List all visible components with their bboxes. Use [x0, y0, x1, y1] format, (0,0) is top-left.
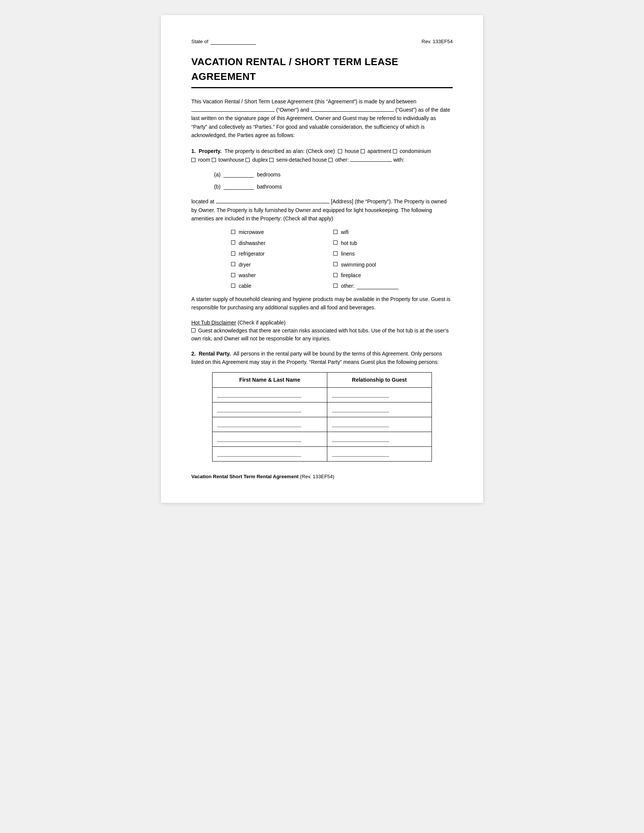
title-section: VACATION RENTAL / SHORT TERM LEASE AGREE… — [191, 55, 453, 88]
checkbox-semi[interactable] — [269, 158, 274, 162]
rel-cell-4[interactable] — [327, 432, 431, 446]
starter-supply-text: A starter supply of household cleaning a… — [191, 295, 453, 312]
checkbox-dryer[interactable] — [231, 262, 235, 266]
state-label: State of — [191, 38, 208, 45]
checkbox-fireplace[interactable] — [333, 273, 338, 277]
disclaimer-header: Hot Tub Disclaimer (Check if applicable) — [191, 319, 453, 327]
amenities-grid: microwave wifi dishwasher hot tub refrig… — [231, 228, 413, 290]
footer-rev: (Rev. 133EF54) — [300, 474, 335, 479]
rel-cell-5[interactable] — [327, 446, 431, 461]
checkbox-linens[interactable] — [333, 251, 338, 256]
table-row — [213, 432, 432, 446]
guest-name-field[interactable] — [311, 106, 394, 112]
checkbox-refrigerator[interactable] — [231, 251, 235, 256]
checkbox-apartment[interactable] — [361, 149, 365, 153]
checkbox-swimming-pool[interactable] — [333, 262, 338, 266]
bedrooms-row: (a) bedrooms — [214, 169, 453, 180]
checkbox-hot-tub-disclaimer[interactable] — [191, 328, 195, 333]
rel-cell-1[interactable] — [327, 388, 431, 402]
amenity-dishwasher: dishwasher — [231, 239, 311, 247]
checkbox-other[interactable] — [328, 158, 333, 162]
state-value[interactable] — [211, 39, 256, 45]
checkbox-room[interactable] — [191, 158, 195, 162]
name-cell-4[interactable] — [213, 432, 327, 446]
checkbox-condominium[interactable] — [393, 149, 397, 153]
label-dishwasher: dishwasher — [239, 239, 266, 247]
name-field-2[interactable] — [217, 407, 301, 412]
amenity-hot-tub: hot tub — [333, 239, 413, 247]
table-row — [213, 402, 432, 417]
option-room: room — [198, 157, 212, 163]
owner-name-field[interactable] — [191, 106, 275, 112]
col-relationship-header: Relationship to Guest — [327, 373, 431, 388]
option-condominium: condominium — [400, 148, 431, 154]
name-field-4[interactable] — [217, 437, 301, 442]
section-rental-party: 2. Rental Party. All persons in the rent… — [191, 349, 453, 462]
checkbox-house[interactable] — [338, 149, 342, 153]
table-row — [213, 388, 432, 402]
label-linens: linens — [341, 249, 355, 258]
checkbox-townhouse[interactable] — [212, 158, 216, 162]
disclaimer-text: Guest acknowledges that there are certai… — [191, 327, 453, 343]
disclaimer-title: Hot Tub Disclaimer — [191, 320, 236, 326]
checkbox-microwave[interactable] — [231, 230, 235, 234]
name-field-1[interactable] — [217, 392, 301, 397]
bathrooms-suffix: bathrooms — [257, 182, 282, 192]
rel-cell-2[interactable] — [327, 402, 431, 417]
amenity-swimming-pool: swimming pool — [333, 261, 413, 269]
amenity-refrigerator: refrigerator — [231, 249, 311, 258]
rel-field-4[interactable] — [332, 437, 389, 442]
checkbox-dishwasher[interactable] — [231, 240, 235, 244]
label-cable: cable — [239, 282, 251, 290]
amenity-washer: washer — [231, 271, 311, 280]
name-cell-2[interactable] — [213, 402, 327, 417]
rel-field-1[interactable] — [332, 392, 389, 397]
hot-tub-disclaimer: Hot Tub Disclaimer (Check if applicable)… — [191, 319, 453, 343]
intro-paragraph: This Vacation Rental / Short Term Lease … — [191, 97, 453, 140]
col-name-header: First Name & Last Name — [213, 373, 327, 388]
rel-field-5[interactable] — [332, 451, 389, 457]
name-cell-5[interactable] — [213, 446, 327, 461]
bedrooms-label: (a) — [214, 169, 221, 180]
rel-cell-3[interactable] — [327, 417, 431, 432]
footer-title: Vacation Rental Short Term Rental Agreem… — [191, 474, 335, 479]
other-type-field[interactable] — [350, 156, 392, 162]
rental-party-table: First Name & Last Name Relationship to G… — [212, 372, 432, 461]
bathrooms-label: (b) — [214, 182, 221, 192]
rel-field-3[interactable] — [332, 422, 389, 427]
name-cell-3[interactable] — [213, 417, 327, 432]
option-duplex: duplex — [252, 157, 269, 163]
rental-party-desc: 2. Rental Party. All persons in the rent… — [191, 349, 453, 367]
checkbox-wifi[interactable] — [333, 230, 338, 234]
checkbox-hot-tub[interactable] — [333, 240, 338, 244]
address-prefix: located at — [191, 198, 214, 204]
checkbox-other-amenity[interactable] — [333, 284, 338, 288]
document-title: VACATION RENTAL / SHORT TERM LEASE AGREE… — [191, 55, 453, 88]
checkbox-duplex[interactable] — [245, 158, 250, 162]
name-field-5[interactable] — [217, 451, 301, 457]
address-field[interactable] — [216, 197, 330, 203]
amenity-linens: linens — [333, 249, 413, 258]
intro-text1: This Vacation Rental / Short Term Lease … — [191, 98, 416, 105]
bathrooms-field[interactable] — [224, 183, 254, 190]
bedrooms-field[interactable] — [224, 172, 254, 178]
property-desc: 1. Property. The property is described a… — [191, 147, 453, 164]
label-washer: washer — [239, 271, 256, 280]
amenity-other: other: — [333, 282, 413, 290]
label-microwave: microwave — [239, 228, 264, 236]
bedrooms-suffix: bedrooms — [257, 169, 280, 180]
name-cell-1[interactable] — [213, 388, 327, 402]
disclaimer-check-label: (Check if applicable) — [238, 320, 286, 326]
name-field-3[interactable] — [217, 422, 301, 427]
label-swimming-pool: swimming pool — [341, 261, 376, 269]
other-amenity-field[interactable] — [357, 283, 399, 289]
checkbox-cable[interactable] — [231, 284, 235, 288]
document-footer: Vacation Rental Short Term Rental Agreem… — [191, 473, 453, 481]
bathrooms-row: (b) bathrooms — [214, 182, 453, 192]
label-dryer: dryer — [239, 261, 251, 269]
rel-field-2[interactable] — [332, 407, 389, 412]
rev-label: Rev. 133EF54 — [422, 38, 453, 45]
document-header: State of Rev. 133EF54 — [191, 38, 453, 45]
checkbox-washer[interactable] — [231, 273, 235, 277]
amenity-wifi: wifi — [333, 228, 413, 236]
